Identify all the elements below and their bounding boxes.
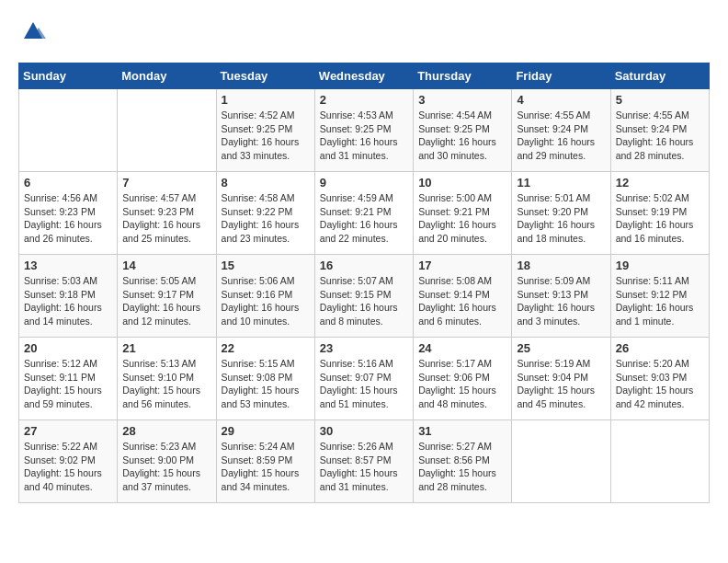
weekday-header: Thursday	[414, 63, 512, 89]
logo	[18, 18, 46, 48]
weekday-header: Sunday	[19, 63, 118, 89]
weekday-header-row: SundayMondayTuesdayWednesdayThursdayFrid…	[19, 63, 710, 89]
day-info: Sunrise: 4:52 AM Sunset: 9:25 PM Dayligh…	[222, 109, 310, 163]
calendar-week-row: 20Sunrise: 5:12 AM Sunset: 9:11 PM Dayli…	[19, 338, 710, 420]
calendar-cell: 14Sunrise: 5:05 AM Sunset: 9:17 PM Dayli…	[118, 255, 216, 338]
calendar-cell: 9Sunrise: 4:59 AM Sunset: 9:21 PM Daylig…	[314, 172, 413, 255]
calendar-cell: 23Sunrise: 5:16 AM Sunset: 9:07 PM Dayli…	[314, 338, 413, 420]
calendar-cell: 29Sunrise: 5:24 AM Sunset: 8:59 PM Dayli…	[216, 420, 314, 503]
day-info: Sunrise: 5:05 AM Sunset: 9:17 PM Dayligh…	[122, 274, 210, 328]
day-info: Sunrise: 5:09 AM Sunset: 9:13 PM Dayligh…	[517, 274, 605, 328]
day-number: 13	[24, 259, 112, 272]
calendar-cell: 25Sunrise: 5:19 AM Sunset: 9:04 PM Dayli…	[512, 338, 610, 420]
calendar-cell	[610, 420, 709, 503]
calendar-cell: 20Sunrise: 5:12 AM Sunset: 9:11 PM Dayli…	[19, 338, 118, 420]
day-number: 31	[418, 424, 506, 438]
day-info: Sunrise: 5:06 AM Sunset: 9:16 PM Dayligh…	[222, 274, 310, 328]
calendar-cell: 31Sunrise: 5:27 AM Sunset: 8:56 PM Dayli…	[414, 420, 512, 503]
calendar-cell: 5Sunrise: 4:55 AM Sunset: 9:24 PM Daylig…	[610, 89, 709, 172]
day-info: Sunrise: 5:00 AM Sunset: 9:21 PM Dayligh…	[418, 191, 506, 246]
weekday-header: Saturday	[610, 63, 709, 89]
calendar-cell: 30Sunrise: 5:26 AM Sunset: 8:57 PM Dayli…	[314, 420, 413, 503]
day-number: 5	[616, 93, 704, 107]
calendar-cell: 24Sunrise: 5:17 AM Sunset: 9:06 PM Dayli…	[414, 338, 512, 420]
calendar-cell: 12Sunrise: 5:02 AM Sunset: 9:19 PM Dayli…	[610, 172, 709, 255]
day-number: 19	[616, 259, 704, 272]
day-number: 23	[320, 341, 408, 355]
day-info: Sunrise: 5:16 AM Sunset: 9:07 PM Dayligh…	[320, 357, 408, 411]
day-number: 27	[24, 424, 112, 438]
day-number: 7	[122, 176, 210, 190]
calendar-cell: 8Sunrise: 4:58 AM Sunset: 9:22 PM Daylig…	[216, 172, 314, 255]
day-info: Sunrise: 4:55 AM Sunset: 9:24 PM Dayligh…	[616, 109, 704, 163]
day-info: Sunrise: 5:22 AM Sunset: 9:02 PM Dayligh…	[24, 440, 112, 494]
weekday-header: Friday	[512, 63, 610, 89]
day-number: 22	[222, 341, 310, 355]
calendar-week-row: 1Sunrise: 4:52 AM Sunset: 9:25 PM Daylig…	[19, 89, 710, 172]
day-number: 6	[24, 176, 112, 190]
day-number: 20	[24, 341, 112, 355]
day-info: Sunrise: 5:02 AM Sunset: 9:19 PM Dayligh…	[616, 191, 704, 246]
calendar-week-row: 6Sunrise: 4:56 AM Sunset: 9:23 PM Daylig…	[19, 172, 710, 255]
day-info: Sunrise: 5:03 AM Sunset: 9:18 PM Dayligh…	[24, 274, 112, 328]
day-number: 10	[418, 176, 506, 190]
day-number: 18	[517, 259, 605, 272]
calendar-cell: 11Sunrise: 5:01 AM Sunset: 9:20 PM Dayli…	[512, 172, 610, 255]
day-info: Sunrise: 5:08 AM Sunset: 9:14 PM Dayligh…	[418, 274, 506, 328]
day-number: 15	[222, 259, 310, 272]
day-number: 24	[418, 341, 506, 355]
calendar-cell: 16Sunrise: 5:07 AM Sunset: 9:15 PM Dayli…	[314, 255, 413, 338]
calendar-cell: 28Sunrise: 5:23 AM Sunset: 9:00 PM Dayli…	[118, 420, 216, 503]
day-number: 14	[122, 259, 210, 272]
day-number: 1	[222, 93, 310, 107]
calendar-cell: 1Sunrise: 4:52 AM Sunset: 9:25 PM Daylig…	[216, 89, 314, 172]
day-info: Sunrise: 5:27 AM Sunset: 8:56 PM Dayligh…	[418, 440, 506, 494]
weekday-header: Monday	[118, 63, 216, 89]
calendar-week-row: 27Sunrise: 5:22 AM Sunset: 9:02 PM Dayli…	[19, 420, 710, 503]
calendar-table: SundayMondayTuesdayWednesdayThursdayFrid…	[18, 63, 710, 503]
day-info: Sunrise: 4:53 AM Sunset: 9:25 PM Dayligh…	[320, 109, 408, 163]
day-number: 11	[517, 176, 605, 190]
day-number: 2	[320, 93, 408, 107]
calendar-cell: 6Sunrise: 4:56 AM Sunset: 9:23 PM Daylig…	[19, 172, 118, 255]
calendar-cell: 21Sunrise: 5:13 AM Sunset: 9:10 PM Dayli…	[118, 338, 216, 420]
day-number: 17	[418, 259, 506, 272]
calendar-cell	[118, 89, 216, 172]
day-info: Sunrise: 4:54 AM Sunset: 9:25 PM Dayligh…	[418, 109, 506, 163]
calendar-cell: 27Sunrise: 5:22 AM Sunset: 9:02 PM Dayli…	[19, 420, 118, 503]
day-info: Sunrise: 4:55 AM Sunset: 9:24 PM Dayligh…	[517, 109, 605, 163]
logo-line1	[18, 18, 46, 48]
day-info: Sunrise: 5:20 AM Sunset: 9:03 PM Dayligh…	[616, 357, 704, 411]
day-number: 25	[517, 341, 605, 355]
day-number: 26	[616, 341, 704, 355]
logo-icon	[20, 18, 46, 44]
day-info: Sunrise: 5:01 AM Sunset: 9:20 PM Dayligh…	[517, 191, 605, 246]
day-number: 4	[517, 93, 605, 107]
calendar-cell: 19Sunrise: 5:11 AM Sunset: 9:12 PM Dayli…	[610, 255, 709, 338]
day-info: Sunrise: 4:57 AM Sunset: 9:23 PM Dayligh…	[122, 191, 210, 246]
page-header	[18, 18, 710, 48]
calendar-cell: 22Sunrise: 5:15 AM Sunset: 9:08 PM Dayli…	[216, 338, 314, 420]
calendar-cell	[19, 89, 118, 172]
day-number: 16	[320, 259, 408, 272]
day-info: Sunrise: 5:13 AM Sunset: 9:10 PM Dayligh…	[122, 357, 210, 411]
day-info: Sunrise: 4:59 AM Sunset: 9:21 PM Dayligh…	[320, 191, 408, 246]
day-info: Sunrise: 5:15 AM Sunset: 9:08 PM Dayligh…	[222, 357, 310, 411]
calendar-cell: 18Sunrise: 5:09 AM Sunset: 9:13 PM Dayli…	[512, 255, 610, 338]
day-info: Sunrise: 5:26 AM Sunset: 8:57 PM Dayligh…	[320, 440, 408, 494]
day-info: Sunrise: 5:24 AM Sunset: 8:59 PM Dayligh…	[222, 440, 310, 494]
calendar-cell: 7Sunrise: 4:57 AM Sunset: 9:23 PM Daylig…	[118, 172, 216, 255]
calendar-cell: 4Sunrise: 4:55 AM Sunset: 9:24 PM Daylig…	[512, 89, 610, 172]
day-info: Sunrise: 5:19 AM Sunset: 9:04 PM Dayligh…	[517, 357, 605, 411]
day-info: Sunrise: 4:56 AM Sunset: 9:23 PM Dayligh…	[24, 191, 112, 246]
calendar-cell: 26Sunrise: 5:20 AM Sunset: 9:03 PM Dayli…	[610, 338, 709, 420]
day-number: 9	[320, 176, 408, 190]
calendar-week-row: 13Sunrise: 5:03 AM Sunset: 9:18 PM Dayli…	[19, 255, 710, 338]
calendar-cell: 15Sunrise: 5:06 AM Sunset: 9:16 PM Dayli…	[216, 255, 314, 338]
day-number: 12	[616, 176, 704, 190]
day-number: 28	[122, 424, 210, 438]
day-number: 21	[122, 341, 210, 355]
calendar-cell: 3Sunrise: 4:54 AM Sunset: 9:25 PM Daylig…	[414, 89, 512, 172]
day-number: 8	[222, 176, 310, 190]
day-number: 3	[418, 93, 506, 107]
